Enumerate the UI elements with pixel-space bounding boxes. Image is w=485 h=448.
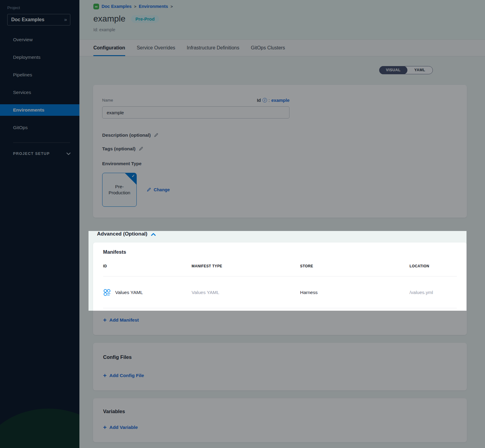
advanced-title: Advanced (Optional) xyxy=(97,231,147,237)
change-label: Change xyxy=(154,187,170,192)
page-title: example xyxy=(93,14,125,24)
env-type-card-text: Pre-Production xyxy=(105,184,133,196)
breadcrumb-environments-link[interactable]: Environments xyxy=(139,4,168,9)
variables-card: Variables + Add Variable xyxy=(93,398,467,442)
add-config-file-button[interactable]: + Add Config File xyxy=(103,373,144,378)
table-divider xyxy=(103,308,457,308)
id-label: Id xyxy=(257,98,261,103)
toggle-visual[interactable]: VISUAL xyxy=(379,66,407,74)
project-setup-label: PROJECT SETUP xyxy=(13,152,50,156)
main-area: ∞ Doc Examples > Environments > example … xyxy=(79,0,485,448)
id-colon: : xyxy=(269,98,270,103)
manifest-location: /values.yml xyxy=(410,290,457,295)
tags-label: Tags (optional) xyxy=(102,146,135,152)
id-chip: Id i : example xyxy=(257,98,289,103)
project-name: Doc Examples xyxy=(11,17,44,22)
tab-service-overrides[interactable]: Service Overrides xyxy=(137,40,175,56)
plus-icon: + xyxy=(103,317,107,323)
table-row[interactable]: Values YAML Values YAML Harness /values.… xyxy=(103,276,457,308)
pencil-icon[interactable] xyxy=(154,133,159,138)
project-label: Project xyxy=(7,5,20,10)
breadcrumb-project-link[interactable]: Doc Examples xyxy=(102,4,132,9)
manifests-table-header: ID MANIFEST TYPE STORE LOCATION xyxy=(103,264,457,268)
chevron-up-icon[interactable] xyxy=(151,233,156,236)
manifest-store: Harness xyxy=(300,290,410,295)
chevron-down-icon xyxy=(66,152,71,155)
sidebar-item-pipelines[interactable]: Pipelines xyxy=(0,69,79,81)
variables-heading: Variables xyxy=(103,409,457,414)
column-header-id: ID xyxy=(103,264,192,268)
sidebar-item-deployments[interactable]: Deployments xyxy=(0,52,79,63)
environment-details-card: Name Id i : example Description (optiona… xyxy=(93,85,467,218)
project-selector[interactable]: Doc Examples » xyxy=(7,14,70,25)
breadcrumb-separator: > xyxy=(134,4,136,9)
tab-configuration[interactable]: Configuration xyxy=(93,40,125,56)
env-type-card-preproduction[interactable]: ✓ Pre-Production xyxy=(102,173,137,207)
manifests-card: Manifests ID MANIFEST TYPE STORE LOCATIO… xyxy=(93,242,467,335)
change-env-type-button[interactable]: Change xyxy=(146,187,170,192)
tags-toggle[interactable]: Tags (optional) xyxy=(102,146,458,152)
sidebar-divider xyxy=(13,142,70,143)
advanced-section-toggle[interactable]: Advanced (Optional) xyxy=(97,231,467,242)
toggle-yaml[interactable]: YAML xyxy=(407,66,433,74)
tab-gitops-clusters[interactable]: GitOps Clusters xyxy=(251,40,285,56)
add-manifest-label: Add Manifest xyxy=(109,317,139,323)
breadcrumb: ∞ Doc Examples > Environments > xyxy=(93,3,485,9)
breadcrumb-separator: > xyxy=(170,4,173,9)
sidebar: Project Doc Examples » Overview Deployme… xyxy=(0,0,79,448)
pencil-icon[interactable] xyxy=(139,146,143,151)
description-label: Description (optional) xyxy=(102,132,151,138)
double-chevron-icon[interactable]: » xyxy=(64,17,66,23)
add-variable-label: Add Variable xyxy=(109,425,138,430)
sidebar-item-services[interactable]: Services xyxy=(0,87,79,98)
sidebar-item-environments[interactable]: Environments xyxy=(0,104,79,116)
config-files-heading: Config Files xyxy=(103,354,457,360)
column-header-store: STORE xyxy=(300,264,410,268)
info-icon[interactable]: i xyxy=(263,98,267,102)
sidebar-item-overview[interactable]: Overview xyxy=(0,34,79,45)
config-files-card: Config Files + Add Config File xyxy=(93,343,467,390)
pencil-icon xyxy=(146,187,151,192)
entity-id-text: Id: example xyxy=(93,27,485,32)
environment-type-label: Environment Type xyxy=(102,161,458,166)
tab-bar: Configuration Service Overrides Infrastr… xyxy=(79,39,485,56)
sidebar-nav: Overview Deployments Pipelines Services … xyxy=(0,34,79,139)
cd-module-icon[interactable]: ∞ xyxy=(93,4,99,9)
page-header: ∞ Doc Examples > Environments > example … xyxy=(79,0,485,39)
visual-yaml-toggle[interactable]: VISUAL YAML xyxy=(379,66,433,74)
env-type-badge: Pre-Prod xyxy=(131,15,159,23)
column-header-location: LOCATION xyxy=(410,264,457,268)
id-value-link[interactable]: example xyxy=(271,98,289,103)
plus-icon: + xyxy=(103,425,107,430)
add-variable-button[interactable]: + Add Variable xyxy=(103,425,138,430)
name-input[interactable] xyxy=(102,106,289,119)
project-setup-toggle[interactable]: PROJECT SETUP xyxy=(13,152,71,156)
add-config-file-label: Add Config File xyxy=(109,373,144,378)
name-label: Name xyxy=(102,98,113,102)
description-toggle[interactable]: Description (optional) xyxy=(102,132,458,138)
manifest-icon xyxy=(103,289,111,296)
add-manifest-button[interactable]: + Add Manifest xyxy=(103,317,139,323)
manifest-id: Values YAML xyxy=(115,290,143,295)
sidebar-item-gitops[interactable]: GitOps xyxy=(0,122,79,133)
check-icon: ✓ xyxy=(132,174,135,178)
manifests-heading: Manifests xyxy=(103,249,457,255)
content-area: VISUAL YAML Name Id i : example Descript… xyxy=(79,56,485,442)
manifest-type: Values YAML xyxy=(192,290,300,295)
tab-infrastructure-definitions[interactable]: Infrastructure Definitions xyxy=(187,40,239,56)
sidebar-decoration xyxy=(0,409,79,448)
column-header-manifest-type: MANIFEST TYPE xyxy=(192,264,300,268)
plus-icon: + xyxy=(103,373,107,378)
